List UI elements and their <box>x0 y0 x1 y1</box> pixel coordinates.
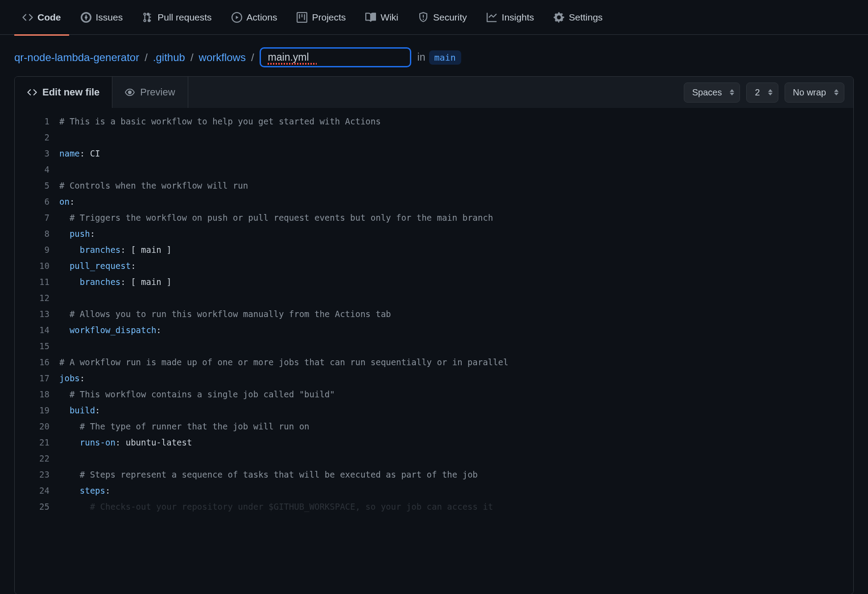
tab-preview[interactable]: Preview <box>112 77 188 108</box>
nav-tab-settings[interactable]: Settings <box>546 7 611 28</box>
code-icon <box>27 87 37 97</box>
svg-point-1 <box>85 16 87 19</box>
nav-tab-projects[interactable]: Projects <box>289 7 354 28</box>
nav-tab-issues[interactable]: Issues <box>73 7 131 28</box>
nav-tab-label: Actions <box>247 12 277 23</box>
nav-tab-pull-requests[interactable]: Pull requests <box>134 7 219 28</box>
tab-label: Edit new file <box>42 87 99 98</box>
nav-tab-actions[interactable]: Actions <box>223 7 285 28</box>
breadcrumb-part-github[interactable]: .github <box>153 51 185 64</box>
breadcrumb-part-workflows[interactable]: workflows <box>199 51 246 64</box>
select-value: No wrap <box>793 87 826 97</box>
breadcrumb-sep: / <box>189 51 195 64</box>
graph-icon <box>487 12 497 23</box>
updown-icon <box>768 89 773 95</box>
code-content[interactable]: # This is a basic workflow to help you g… <box>59 113 853 594</box>
tab-label: Preview <box>140 87 175 98</box>
play-circle-icon <box>231 12 242 23</box>
project-icon <box>297 12 307 23</box>
in-label: in <box>417 51 426 63</box>
breadcrumb: qr-node-lambda-generator / .github / wor… <box>0 35 868 76</box>
nav-tab-label: Wiki <box>380 12 398 23</box>
branch-badge[interactable]: main <box>429 50 461 65</box>
repo-nav: Code Issues Pull requests Actions Projec… <box>0 0 868 35</box>
gear-icon <box>554 12 564 23</box>
wrap-select[interactable]: No wrap <box>785 82 844 103</box>
issue-icon <box>81 12 91 23</box>
line-number-gutter: 1234567891011121314151617181920212223242… <box>15 113 59 594</box>
editor-tabs: Edit new file Preview Spaces 2 <box>15 77 853 108</box>
nav-tab-label: Code <box>37 12 61 23</box>
breadcrumb-sep: / <box>143 51 149 64</box>
shield-icon <box>418 12 429 23</box>
nav-tab-wiki[interactable]: Wiki <box>357 7 406 28</box>
filename-input[interactable] <box>260 47 411 67</box>
tab-edit-file[interactable]: Edit new file <box>15 77 112 108</box>
nav-tab-label: Pull requests <box>157 12 211 23</box>
nav-tab-label: Insights <box>502 12 534 23</box>
breadcrumb-sep: / <box>249 51 256 64</box>
nav-tab-label: Settings <box>569 12 603 23</box>
updown-icon <box>730 89 734 95</box>
updown-icon <box>834 89 839 95</box>
select-value: Spaces <box>692 87 722 97</box>
code-icon <box>22 12 33 23</box>
nav-tab-security[interactable]: Security <box>410 7 475 28</box>
nav-tab-code[interactable]: Code <box>14 7 69 28</box>
select-value: 2 <box>755 87 760 97</box>
code-editor[interactable]: 1234567891011121314151617181920212223242… <box>15 108 853 594</box>
indent-size-select[interactable]: 2 <box>746 82 778 103</box>
indent-style-select[interactable]: Spaces <box>684 82 740 103</box>
nav-tab-label: Security <box>433 12 467 23</box>
nav-tab-label: Projects <box>312 12 346 23</box>
nav-tab-insights[interactable]: Insights <box>479 7 542 28</box>
nav-tab-label: Issues <box>96 12 123 23</box>
pull-request-icon <box>142 12 153 23</box>
breadcrumb-repo[interactable]: qr-node-lambda-generator <box>14 51 139 64</box>
eye-icon <box>125 87 135 97</box>
editor-frame: Edit new file Preview Spaces 2 <box>14 76 854 594</box>
book-icon <box>365 12 376 23</box>
